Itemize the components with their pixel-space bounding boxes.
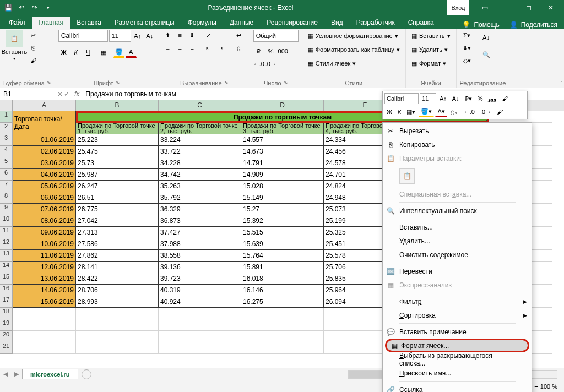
data-cell[interactable]: 26.51 <box>76 192 159 204</box>
align-center-icon[interactable]: ≡ <box>175 42 186 53</box>
data-cell[interactable]: 37.427 <box>159 227 241 238</box>
data-cell[interactable]: 28.993 <box>76 296 159 308</box>
mini-format-painter-icon[interactable]: 🖌 <box>500 93 510 104</box>
format-cells-button[interactable]: ▦Формат▾ <box>409 57 453 69</box>
data-cell[interactable]: 25.223 <box>76 134 159 146</box>
number-launcher-icon[interactable]: ⬊ <box>284 80 288 86</box>
copy-icon[interactable]: ⎘ <box>28 42 39 53</box>
date-cell[interactable]: 11.06.2019 <box>13 250 76 262</box>
data-cell[interactable]: 27.313 <box>76 227 159 238</box>
mini-font-size[interactable]: 11 <box>420 93 436 104</box>
col-header-a[interactable]: A <box>13 100 76 111</box>
sign-in-button[interactable]: Вход <box>447 0 469 15</box>
data-cell[interactable]: 15.639 <box>241 238 324 250</box>
data-cell[interactable]: 14.557 <box>241 134 324 146</box>
cell[interactable] <box>76 308 159 319</box>
cell[interactable] <box>13 308 76 319</box>
data-cell[interactable]: 36.329 <box>159 204 241 215</box>
cell[interactable] <box>241 308 324 319</box>
cell[interactable] <box>241 331 324 342</box>
data-cell[interactable]: 25.475 <box>76 146 159 157</box>
shrink-font-icon[interactable]: A↓ <box>144 30 155 41</box>
mini-increase-decimal-icon[interactable]: .0→ <box>478 106 494 117</box>
merge-center-icon[interactable]: ⎌ <box>232 42 246 53</box>
mini-accounting-icon[interactable]: ₽▾ <box>463 93 474 104</box>
undo-icon[interactable]: ↶ <box>15 2 28 14</box>
clear-icon[interactable]: ◇▾ <box>460 55 474 66</box>
data-cell[interactable]: 28.706 <box>76 285 159 296</box>
paste-button[interactable]: 📋 Вставить ▾ <box>3 30 25 61</box>
bold-button[interactable]: Ж <box>58 47 69 58</box>
zoom-in-icon[interactable]: + <box>534 383 538 390</box>
data-cell[interactable]: 16.018 <box>241 273 324 285</box>
increase-decimal-icon[interactable]: ←.0 <box>253 58 264 69</box>
close-icon[interactable]: ✕ <box>540 0 562 15</box>
tab-home[interactable]: Главная <box>32 17 70 29</box>
ctx-copy[interactable]: ⎘Копировать <box>383 138 532 151</box>
mini-merge-icon[interactable]: ⎌▾ <box>448 106 460 117</box>
data-cell[interactable]: 36.873 <box>159 215 241 227</box>
tab-review[interactable]: Рецензирование <box>260 17 324 29</box>
cell[interactable] <box>159 342 241 354</box>
header-cell[interactable]: Продажи по Торговой точке 3, тыс. руб. <box>241 123 324 134</box>
ctx-link[interactable]: 🔗Ссылка <box>383 383 532 392</box>
font-color-icon[interactable]: A <box>126 47 137 58</box>
ctx-define-name[interactable]: Присвоить имя... <box>383 366 532 380</box>
tab-developer[interactable]: Разработчик <box>350 17 402 29</box>
fx-label[interactable]: fx <box>72 90 82 98</box>
mini-percent-icon[interactable]: % <box>475 93 485 104</box>
tab-data[interactable]: Данные <box>223 17 260 29</box>
header-cell[interactable]: Продажи по Торговой точке 2, тыс. руб. <box>159 123 241 134</box>
mini-comma-icon[interactable]: ووو <box>486 93 498 104</box>
data-cell[interactable]: 27.862 <box>76 250 159 262</box>
ctx-format-cells[interactable]: ▦Формат ячеек... <box>385 339 529 352</box>
date-cell[interactable]: 10.06.2019 <box>13 238 76 250</box>
data-cell[interactable]: 16.146 <box>241 285 324 296</box>
mini-borders-icon[interactable]: ▦▾ <box>404 106 417 117</box>
align-right-icon[interactable]: ≡ <box>187 42 198 53</box>
grow-font-icon[interactable]: A↑ <box>132 30 143 41</box>
cell[interactable] <box>13 331 76 342</box>
number-format-select[interactable]: Общий <box>253 30 299 42</box>
date-cell[interactable]: 05.06.2019 <box>13 181 76 192</box>
share-button[interactable]: Поделиться <box>521 21 557 29</box>
data-cell[interactable]: 14.909 <box>241 169 324 181</box>
data-cell[interactable]: 40.924 <box>159 296 241 308</box>
save-icon[interactable]: 💾 <box>2 2 14 14</box>
orientation-icon[interactable]: ⤢ <box>203 30 214 41</box>
data-cell[interactable]: 28.422 <box>76 273 159 285</box>
data-cell[interactable]: 40.319 <box>159 285 241 296</box>
alignment-launcher-icon[interactable]: ⬊ <box>224 80 229 86</box>
lightbulb-icon[interactable]: 💡 <box>462 21 470 29</box>
date-cell[interactable]: 13.06.2019 <box>13 273 76 285</box>
cell[interactable] <box>13 342 76 354</box>
ctx-filter[interactable]: Фильтр▶ <box>383 295 532 308</box>
data-cell[interactable]: 35.263 <box>159 181 241 192</box>
font-launcher-icon[interactable]: ⬊ <box>116 80 120 86</box>
format-as-table-button[interactable]: ▦Форматировать как таблицу▾ <box>306 43 402 56</box>
ctx-delete[interactable]: Удалить... <box>383 234 532 248</box>
mini-fill-color-icon[interactable]: 🪣▾ <box>419 106 434 117</box>
data-cell[interactable]: 27.586 <box>76 238 159 250</box>
font-name-input[interactable]: Calibri <box>58 30 108 42</box>
data-cell[interactable]: 15.028 <box>241 181 324 192</box>
cell[interactable] <box>241 342 324 354</box>
tell-me-text[interactable]: Помощь <box>474 21 499 29</box>
data-cell[interactable]: 28.141 <box>76 262 159 273</box>
data-cell[interactable]: 25.987 <box>76 169 159 181</box>
cell[interactable] <box>159 319 241 331</box>
data-cell[interactable]: 26.775 <box>76 204 159 215</box>
date-cell[interactable]: 02.06.2019 <box>13 146 76 157</box>
cell[interactable] <box>159 308 241 319</box>
col-header-b[interactable]: B <box>76 100 159 111</box>
sheet-tab[interactable]: microexcel.ru <box>22 369 78 379</box>
data-cell[interactable]: 26.247 <box>76 181 159 192</box>
mini-grow-font-icon[interactable]: A↑ <box>437 93 449 104</box>
date-cell[interactable]: 15.06.2019 <box>13 296 76 308</box>
minimize-icon[interactable]: — <box>496 0 518 15</box>
cell[interactable] <box>13 319 76 331</box>
tab-formulas[interactable]: Формулы <box>181 17 223 29</box>
mini-font-name[interactable]: Calibri <box>384 93 419 104</box>
delete-cells-button[interactable]: ▦Удалить▾ <box>409 43 453 56</box>
align-top-icon[interactable]: ⬆ <box>162 30 173 41</box>
